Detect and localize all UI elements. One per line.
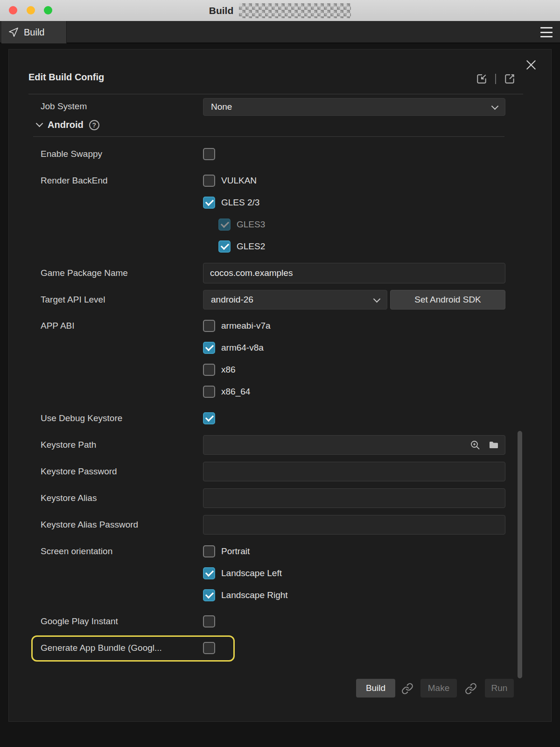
portrait-label: Portrait xyxy=(221,546,250,557)
app-abi-label: APP ABI xyxy=(41,321,75,331)
keystore-alias-label: Keystore Alias xyxy=(41,493,97,503)
gles23-checkbox[interactable] xyxy=(203,197,215,209)
window-title: Build xyxy=(209,5,234,16)
build-button[interactable]: Build xyxy=(356,679,395,698)
help-icon[interactable]: ? xyxy=(89,120,99,130)
use-debug-keystore-label: Use Debug Keystore xyxy=(41,413,122,423)
x86-checkbox[interactable] xyxy=(203,364,215,376)
chevron-down-icon xyxy=(491,102,499,110)
keystore-path-label: Keystore Path xyxy=(41,440,96,450)
export-config-icon[interactable] xyxy=(504,73,516,85)
android-section-title: Android xyxy=(48,120,84,130)
folder-icon[interactable] xyxy=(488,439,499,451)
keystore-alias-password-label: Keystore Alias Password xyxy=(41,520,138,530)
tab-build-label: Build xyxy=(24,27,44,38)
target-api-level-select[interactable]: android-26 xyxy=(203,290,387,310)
editor-tabbar: Build xyxy=(0,21,560,43)
job-system-label: Job System xyxy=(41,101,87,112)
target-api-level-label: Target API Level xyxy=(41,295,105,305)
chevron-down-icon xyxy=(373,295,381,303)
landscape-left-checkbox[interactable] xyxy=(203,567,215,579)
use-debug-keystore-checkbox[interactable] xyxy=(203,412,215,424)
gles23-label: GLES 2/3 xyxy=(221,197,259,208)
arm64-v8a-checkbox[interactable] xyxy=(203,342,215,354)
keystore-path-input[interactable] xyxy=(203,435,505,455)
game-package-name-label: Game Package Name xyxy=(41,268,128,278)
keystore-password-input[interactable] xyxy=(203,462,505,481)
generate-app-bundle-label: Generate App Bundle (Googl... xyxy=(41,643,162,653)
link-build-make-icon[interactable] xyxy=(401,683,413,695)
x86-64-label: x86_64 xyxy=(221,387,250,397)
tab-build[interactable]: Build xyxy=(1,21,67,43)
target-api-level-value: android-26 xyxy=(211,295,253,305)
enable-swappy-label: Enable Swappy xyxy=(41,149,102,159)
make-button[interactable]: Make xyxy=(420,679,457,698)
x86-label: x86 xyxy=(221,365,236,375)
armeabi-v7a-label: armeabi-v7a xyxy=(221,321,271,331)
render-backend-label: Render BackEnd xyxy=(41,176,108,186)
game-package-name-input[interactable] xyxy=(203,263,505,283)
link-make-run-icon[interactable] xyxy=(465,683,477,695)
header-separator xyxy=(495,74,496,84)
dialog-title: Edit Build Config xyxy=(28,72,104,83)
android-section-divider xyxy=(33,136,504,137)
close-dialog-button[interactable] xyxy=(524,58,538,72)
zoom-search-icon[interactable] xyxy=(469,439,481,451)
paper-plane-icon xyxy=(8,27,19,38)
google-play-instant-checkbox[interactable] xyxy=(203,615,215,627)
job-system-value: None xyxy=(211,102,232,112)
google-play-instant-label: Google Play Instant xyxy=(41,616,118,627)
screen-orientation-label: Screen orientation xyxy=(41,546,112,557)
run-button[interactable]: Run xyxy=(485,679,514,698)
import-config-icon[interactable] xyxy=(476,73,488,85)
vertical-scrollbar-thumb[interactable] xyxy=(518,431,522,678)
keystore-alias-input[interactable] xyxy=(203,488,505,508)
landscape-right-label: Landscape Right xyxy=(221,590,288,600)
x86-64-checkbox[interactable] xyxy=(203,386,215,398)
job-system-select[interactable]: None xyxy=(203,98,505,116)
section-collapse-icon xyxy=(36,120,43,127)
window-titlebar: Build xyxy=(0,0,560,21)
portrait-checkbox[interactable] xyxy=(203,545,215,557)
enable-swappy-checkbox[interactable] xyxy=(203,148,215,160)
gles3-checkbox[interactable] xyxy=(218,218,231,231)
vulkan-label: VULKAN xyxy=(221,176,257,186)
arm64-v8a-label: arm64-v8a xyxy=(221,343,264,353)
gles3-label: GLES3 xyxy=(237,219,265,230)
redacted-title-text xyxy=(239,3,351,18)
keystore-password-label: Keystore Password xyxy=(41,466,117,477)
close-icon xyxy=(525,59,537,71)
armeabi-v7a-checkbox[interactable] xyxy=(203,320,215,332)
edit-build-config-dialog: Edit Build Config Job System None Androi… xyxy=(8,49,552,722)
android-section-header[interactable]: Android ? xyxy=(37,120,99,130)
panel-menu-button[interactable] xyxy=(540,27,553,37)
landscape-left-label: Landscape Left xyxy=(221,568,282,578)
header-divider xyxy=(28,94,523,94)
gles2-label: GLES2 xyxy=(237,241,265,252)
keystore-alias-password-input[interactable] xyxy=(203,515,505,535)
landscape-right-checkbox[interactable] xyxy=(203,589,215,601)
set-android-sdk-button[interactable]: Set Android SDK xyxy=(390,290,505,310)
gles2-checkbox[interactable] xyxy=(218,240,231,253)
generate-app-bundle-checkbox[interactable] xyxy=(203,642,215,654)
vulkan-checkbox[interactable] xyxy=(203,175,215,187)
